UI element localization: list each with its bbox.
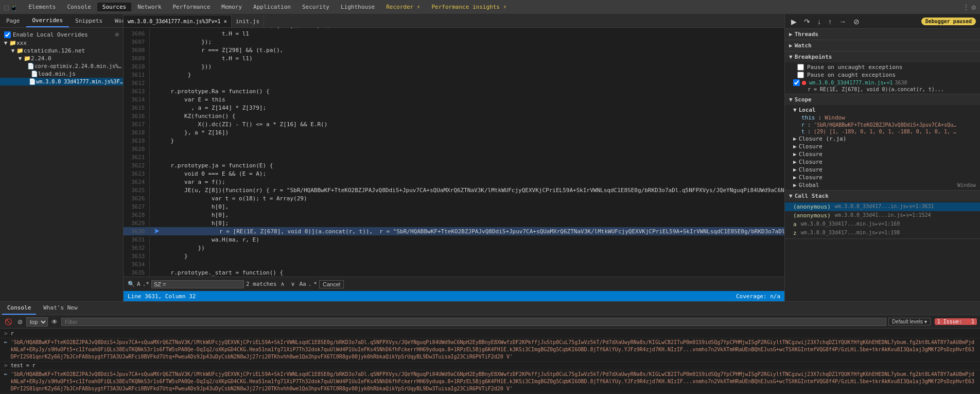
search-prev-btn[interactable]: ∧ xyxy=(278,280,287,288)
callstack-item-3[interactable]: z wm.3.0.0_33d417...min.js▸v=1:198 xyxy=(785,229,980,237)
tab-memory[interactable]: Memory xyxy=(216,3,247,11)
scope-section: ▼ Scope ▼ Local this : Window xyxy=(785,94,980,191)
tab-network[interactable]: Network xyxy=(132,3,166,11)
preserve-log-btn[interactable]: ⊘ xyxy=(16,317,24,327)
issue-badge[interactable]: 1 Issue: ❗1 xyxy=(935,318,977,325)
bp-file-item[interactable]: wm.3.0.0_33d41777.min.js▸=1 3630 r = RE(… xyxy=(785,79,980,93)
settings-icon[interactable]: ⚙ xyxy=(972,3,976,11)
tab-performance[interactable]: Performance xyxy=(168,3,216,11)
search-cancel-btn[interactable]: Cancel xyxy=(319,280,344,288)
more-tabs-icon[interactable]: ⋮ xyxy=(962,3,970,11)
tab-elements[interactable]: Elements xyxy=(23,3,61,11)
tree-arrow-root: ▼ xyxy=(2,40,9,46)
tree-root[interactable]: ▼ 📁 xxx xyxy=(0,39,123,47)
watch-section: ▶ Watch xyxy=(785,40,980,52)
tab-application[interactable]: Application xyxy=(248,3,296,11)
status-bar: Line 3631, Column 32 Coverage: n/a xyxy=(124,291,784,301)
callstack-header[interactable]: ▼ Call Stack xyxy=(785,191,980,201)
line-number-3615: 3615 xyxy=(124,104,149,112)
tab-sources[interactable]: Sources xyxy=(97,3,131,11)
tab-recorder[interactable]: Recorder ⚡ xyxy=(381,3,425,11)
line-number-3621: 3621 xyxy=(124,153,149,161)
deactivate-bp-btn[interactable]: ⊘ xyxy=(851,16,862,27)
scope-this[interactable]: this : Window xyxy=(785,114,980,122)
callstack-item-0[interactable]: (anonymous) wm.3.0.0_33d417...in.js▸v=1:… xyxy=(785,202,980,211)
pause-caught: Pause on caught exceptions xyxy=(785,71,980,79)
inspect-icon[interactable]: ⬚ xyxy=(4,3,8,11)
tab-perf-insights[interactable]: Performance insights ⚡ xyxy=(426,3,512,11)
scope-t[interactable]: t : (29) [1, -189, 0, 1, 0, 1, -188, 0, … xyxy=(785,128,980,135)
file-tab-main[interactable]: wm.3.0.0_33d41777.min.js%3Fv=1 × xyxy=(124,15,232,27)
sidebar-tab-workspace[interactable]: Workspace xyxy=(109,14,124,27)
local-section[interactable]: ▼ Local xyxy=(785,106,980,114)
clear-console-btn[interactable]: 🚫 xyxy=(3,317,14,327)
bp-checkbox[interactable] xyxy=(793,79,800,86)
tree-file-0[interactable]: ▶ 📄 core-optimiv.2.24.0.min.js%3Fv=1 xyxy=(0,62,123,70)
global-scope[interactable]: ▶ Global Window xyxy=(785,181,980,189)
right-panel: ▶ ↷ ↓ ↑ → ⊘ Debugger paused ▶ Threads xyxy=(784,14,980,301)
callstack-item-2[interactable]: a wm.3.0.0_33d417...min.js▸v=1:169 xyxy=(785,220,980,229)
threads-header[interactable]: ▶ Threads xyxy=(785,29,980,40)
closure-arrow-0: ▶ xyxy=(793,135,797,142)
tab-lighthouse[interactable]: Lighthouse xyxy=(336,3,380,11)
line-number-3625: 3625 xyxy=(124,186,149,194)
pause-caught-checkbox[interactable] xyxy=(797,72,804,78)
code-editor[interactable]: 3605 E ? t.aa(Error(h[303])) : t.pa(),36… xyxy=(124,28,784,277)
device-icon[interactable]: 📱 xyxy=(9,3,18,11)
step-over-btn[interactable]: ↷ xyxy=(802,16,812,27)
tab-security[interactable]: Security xyxy=(297,3,335,11)
line-content-3618: }, a * Z[16]) xyxy=(149,128,784,136)
regex-btn[interactable]: * xyxy=(313,281,317,287)
bottom-tab-console[interactable]: Console xyxy=(2,302,36,315)
step-into-btn[interactable]: ↓ xyxy=(815,16,823,27)
match-case-btn[interactable]: Aa xyxy=(299,281,306,287)
default-levels-btn[interactable]: Default levels ▾ xyxy=(888,318,931,326)
bottom-tab-whatsnew[interactable]: What's New xyxy=(38,302,82,315)
resume-btn[interactable]: ▶ xyxy=(789,16,799,27)
scope-r[interactable]: r : 'SbR/HQABBwKF+TteKO2BZJPAJvQ8DdiS+Jp… xyxy=(785,122,980,128)
closure-rja[interactable]: ▶ Closure (r.ja) xyxy=(785,135,980,143)
cs-file-1: wm.3.0.0_33d41...in.js▸v=1:1524 xyxy=(835,212,931,219)
callstack-item-1[interactable]: (anonymous) wm.3.0.0_33d41...in.js▸v=1:1… xyxy=(785,211,980,220)
tree-file-1[interactable]: ▶ 📄 load.min.js xyxy=(0,70,123,78)
clear-overrides-btn[interactable]: ⊘ xyxy=(115,31,119,38)
show-console-sidebar-btn[interactable]: 👁 xyxy=(50,317,59,327)
tree-file-2[interactable]: ▶ 📄 wm.3.0.0_33d41777.min.js%3Fv=1 xyxy=(0,78,123,85)
line-number-3635: 3635 xyxy=(124,268,149,277)
step-btn[interactable]: → xyxy=(837,16,848,27)
console-context-select[interactable]: top xyxy=(26,317,48,327)
closure-5[interactable]: ▶ Closure xyxy=(785,174,980,181)
tree-domain[interactable]: ▼ 📁 cstaticdun.126.net xyxy=(0,47,123,55)
closure-4[interactable]: ▶ Closure xyxy=(785,166,980,174)
breakpoints-header[interactable]: ▼ Breakpoints xyxy=(785,52,980,62)
line-number-3618: 3618 xyxy=(124,128,149,136)
line-content-3629: h[0]; xyxy=(149,219,784,227)
coverage-indicator: Coverage: n/a xyxy=(736,293,780,300)
closure-1[interactable]: ▶ Closure xyxy=(785,143,980,150)
scope-header[interactable]: ▼ Scope xyxy=(785,94,980,105)
closure-arrow-2: ▶ xyxy=(793,151,797,158)
tab-console[interactable]: Console xyxy=(62,3,96,11)
sidebar-tab-page[interactable]: Page xyxy=(0,14,26,27)
search-next-btn[interactable]: ∨ xyxy=(289,280,297,288)
folder-icon-root: 📁 xyxy=(9,40,16,46)
sidebar-tab-overrides[interactable]: Overrides xyxy=(26,14,69,27)
line-number-3633: 3633 xyxy=(124,252,149,260)
bp-line-label: 3630 xyxy=(895,80,907,85)
console-result-arrow-0: ← xyxy=(4,339,8,346)
tree-version[interactable]: ▼ 📁 2.24.0 xyxy=(0,55,123,62)
pause-uncaught-checkbox[interactable] xyxy=(797,64,804,71)
sidebar-tab-snippets[interactable]: Snippets xyxy=(69,14,109,27)
line-content-3609: t.H = l1) xyxy=(149,54,784,62)
enable-overrides-checkbox[interactable] xyxy=(4,31,11,38)
closure-3[interactable]: ▶ Closure xyxy=(785,158,980,166)
whole-word-btn[interactable]: . xyxy=(308,281,312,287)
search-regex-label: .* xyxy=(143,281,149,287)
step-out-btn[interactable]: ↑ xyxy=(826,16,834,27)
search-input[interactable] xyxy=(151,280,244,288)
watch-header[interactable]: ▶ Watch xyxy=(785,40,980,51)
file-tab-init[interactable]: init.js xyxy=(232,15,264,27)
line-number-3632: 3632 xyxy=(124,244,149,252)
closure-2[interactable]: ▶ Closure xyxy=(785,150,980,158)
console-filter-input[interactable] xyxy=(61,318,886,326)
